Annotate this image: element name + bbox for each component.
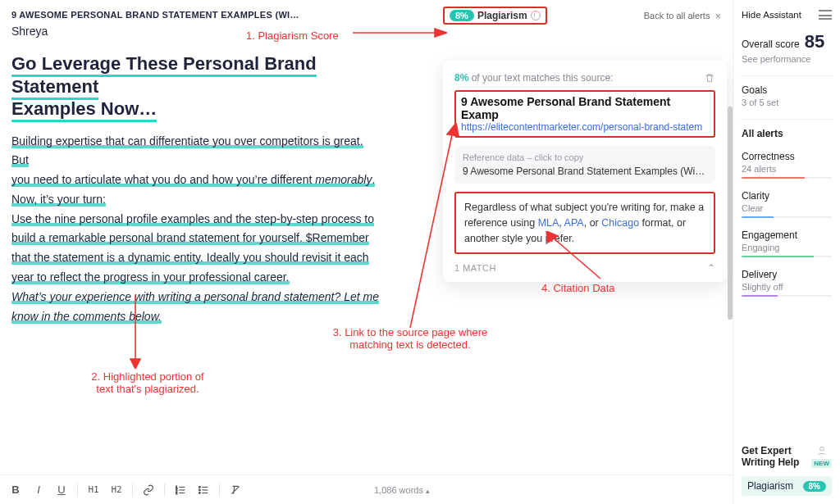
svg-line-4 (410, 131, 453, 328)
heading-line1: Go Leverage These Personal Brand Stateme… (11, 53, 317, 100)
divider (740, 119, 833, 120)
trash-icon[interactable] (704, 72, 715, 84)
svg-line-6 (553, 238, 600, 279)
all-alerts-label: All alerts (742, 128, 832, 139)
delivery-sub: Slightly off (742, 282, 832, 292)
clarity-label: Clarity (742, 190, 832, 202)
sidebar-plagiarism-label: Plagiarism (747, 480, 793, 492)
body-q1: What’s your experience with writing a pe… (11, 290, 379, 304)
goals-label: Goals (742, 84, 832, 96)
menu-icon[interactable] (819, 10, 832, 20)
link-icon (143, 484, 154, 496)
all-alerts-row[interactable]: All alerts (742, 128, 832, 139)
chevron-up-icon[interactable]: ⌃ (707, 262, 716, 274)
match-line: 8% of your text matches this source: (454, 72, 613, 84)
unordered-list-icon (198, 484, 209, 496)
reference-box[interactable]: Reference data – click to copy 9 Awesome… (454, 146, 715, 184)
info-icon[interactable] (531, 11, 541, 20)
ordered-list-button[interactable]: 123 (173, 482, 188, 498)
annotation-2a: 2. Highlighted portion of (66, 370, 230, 383)
vertical-scrollbar[interactable] (728, 0, 733, 504)
editor-area[interactable]: Shreya Go Leverage These Personal Brand … (0, 20, 394, 326)
h2-button[interactable]: H2 (109, 482, 124, 498)
plagiarism-score-pill[interactable]: 8% Plagiarism (443, 7, 547, 25)
heading-h2: Go Leverage These Personal Brand Stateme… (11, 52, 382, 120)
match-rest: of your text matches this source: (468, 72, 613, 84)
svg-marker-3 (130, 359, 140, 369)
svg-marker-1 (435, 29, 447, 37)
new-badge: NEW (811, 459, 832, 468)
source-title: 9 Awesome Personal Brand Statement Examp (461, 95, 709, 121)
correctness-sub: 24 alerts (742, 164, 832, 174)
expert-help-row[interactable]: Get Expert Writing Help NEW (742, 445, 832, 468)
svg-point-20 (819, 447, 824, 451)
toolbar-separator (219, 484, 220, 497)
overall-score-value: 85 (805, 31, 824, 52)
sidebar-plagiarism-row[interactable]: Plagiarism 8% (742, 476, 832, 496)
clarity-row[interactable]: Clarity Clear (742, 190, 832, 218)
heading-line2: Examples Now… (11, 98, 157, 122)
hide-assistant-button[interactable]: Hide Assistant (742, 10, 801, 20)
body-paragraph: Building expertise that can differentiat… (11, 132, 382, 327)
toolbar-separator (132, 484, 133, 497)
scrollbar-thumb[interactable] (728, 107, 733, 320)
clear-format-button[interactable] (228, 482, 243, 498)
underline-button[interactable]: U (54, 482, 69, 498)
body-s6: that the statement is a dynamic entity. … (11, 251, 369, 265)
body-s1: Building expertise that can differentiat… (11, 134, 363, 168)
unordered-list-button[interactable] (196, 482, 211, 498)
close-icon[interactable]: × (714, 10, 721, 22)
clarity-bar (742, 216, 832, 218)
svg-text:3: 3 (176, 491, 177, 494)
plagiarism-score-value: 8% (450, 10, 474, 21)
cite-link-chicago[interactable]: Chicago (601, 217, 639, 229)
divider (740, 75, 833, 76)
annotation-1: 1. Plagiarism Score (246, 30, 339, 42)
body-s4: Use the nine personal profile examples a… (11, 212, 374, 226)
back-to-alerts-label: Back to all alerts (644, 11, 710, 20)
assistant-sidebar: Hide Assistant Overall score 85 See perf… (733, 0, 840, 504)
delivery-bar (742, 295, 832, 297)
engagement-row[interactable]: Engagement Engaging (742, 229, 832, 257)
overall-score-label: Overall score (742, 39, 800, 50)
link-button[interactable] (141, 482, 156, 498)
svg-point-14 (199, 486, 200, 488)
svg-point-16 (199, 492, 200, 493)
person-icon (816, 445, 828, 456)
correctness-row[interactable]: Correctness 24 alerts (742, 151, 832, 179)
correctness-bar (742, 177, 832, 179)
body-s7: year to reflect the progress in your pro… (11, 270, 290, 284)
delivery-row[interactable]: Delivery Slightly off (742, 269, 832, 297)
back-to-alerts-link[interactable]: Back to all alerts × (644, 10, 721, 22)
body-s3: Now, it’s your turn: (11, 193, 106, 207)
cite-sep2: , or (584, 217, 602, 229)
goals-row[interactable]: Goals 3 of 5 set (742, 84, 832, 107)
sidebar-plagiarism-pct: 8% (803, 481, 826, 492)
body-s2i: memorably (315, 173, 372, 187)
chevron-up-icon: ▴ (426, 487, 430, 495)
body-s5: build a remarkable personal brand statem… (11, 231, 369, 245)
word-count[interactable]: 1,086 words ▴ (374, 485, 430, 495)
cite-link-mla[interactable]: MLA (538, 217, 559, 229)
body-s2end: . (372, 173, 375, 187)
match-pct: 8% (454, 72, 468, 84)
engagement-sub: Engaging (742, 243, 832, 252)
reference-hint: Reference data – click to copy (463, 152, 707, 162)
svg-marker-5 (447, 123, 459, 136)
cite-link-apa[interactable]: APA (564, 217, 584, 229)
annotation-2b: text that's plagiarized. (66, 383, 230, 395)
clear-format-icon (230, 484, 241, 496)
source-url[interactable]: https://elitecontentmarketer.com/persona… (461, 121, 709, 133)
expert-line1: Get Expert (742, 445, 799, 456)
h1-button[interactable]: H1 (86, 482, 101, 498)
source-box[interactable]: 9 Awesome Personal Brand Statement Examp… (454, 90, 715, 138)
annotation-3a: 3. Link to the source page where (304, 326, 517, 338)
italic-button[interactable]: I (31, 482, 46, 498)
bold-button[interactable]: B (8, 482, 23, 498)
toolbar-separator (164, 484, 165, 497)
expert-line2: Writing Help (742, 456, 799, 468)
ordered-list-icon: 123 (175, 484, 186, 496)
toolbar-separator (77, 484, 78, 497)
see-performance-link[interactable]: See performance (742, 54, 832, 64)
overall-score-row[interactable]: Overall score 85 See performance (742, 31, 832, 64)
